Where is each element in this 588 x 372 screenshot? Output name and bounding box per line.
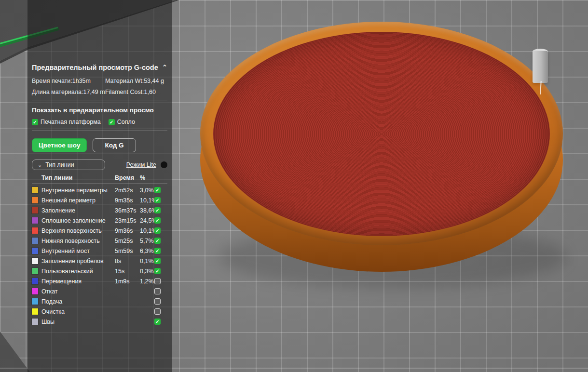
checkbox-icon [109,119,115,125]
line-type-dropdown[interactable]: ⌄ Тип линии [32,159,105,170]
line-color-swatch [32,278,38,284]
print-time-value: 1h35m [72,78,91,84]
line-type-label: Пользовательский [41,268,115,275]
line-time: 9m35s [115,197,140,204]
line-type-row: Заполнение 36m37s 38,6% [32,205,167,215]
line-type-row: Внутренние периметры 2m52s 3,0% [32,185,167,195]
line-type-row: Внутренний мост 5m59s 6,3% [32,246,167,256]
line-color-swatch [32,248,38,254]
line-color-swatch [32,238,38,244]
line-color-swatch [32,227,38,234]
line-time: 5m59s [115,248,140,254]
line-type-row: Перемещения 1m9s 1,2% [32,276,167,286]
disc-infill-top[interactable] [213,32,550,236]
line-color-swatch [32,187,38,193]
line-visible-checkbox[interactable] [154,298,161,305]
line-pct: 38,6% [140,207,154,214]
line-color-swatch [32,288,38,294]
line-pct: 0,1% [140,258,154,265]
line-visible-checkbox[interactable] [154,319,161,325]
line-color-swatch [32,197,38,203]
line-color-swatch [32,319,38,325]
divider [32,101,167,101]
mode-controls: Режим Lite [126,161,167,168]
material-weight-label: Материал Wt: [105,78,144,84]
line-visible-checkbox[interactable] [154,187,161,193]
material-length-label: Длина материала: [32,89,83,95]
prime-tower[interactable] [533,51,548,83]
line-visible-checkbox[interactable] [154,278,161,284]
print-time-stat: Время печати:1h35m [32,78,105,84]
line-visible-checkbox[interactable] [154,238,161,244]
line-visible-checkbox[interactable] [154,217,161,224]
line-type-label: Швы [41,319,115,325]
line-time: 1m9s [115,278,140,285]
line-type-label: Откат [41,288,115,295]
show-nozzle-checkbox[interactable]: Сопло [109,119,135,125]
line-type-label: Заполнение [41,207,115,214]
line-time: 9m36s [115,227,140,234]
line-visible-checkbox[interactable] [154,308,161,315]
line-time: 23m15s [115,217,140,224]
gcode-button[interactable]: Код G [93,138,136,152]
line-color-swatch [32,207,38,213]
line-pct: 24,5% [140,217,154,224]
line-pct: 6,3% [140,248,154,254]
line-type-label: Сплошное заполнение [41,217,115,224]
show-plate-checkbox[interactable]: Печатная платформа [32,119,101,125]
collapse-chevron-icon[interactable]: ⌃ [162,65,167,70]
filament-cost-stat: Filament Cost:1,60 [105,89,167,95]
preview-options: Печатная платформа Сопло [32,119,167,125]
line-time: 36m37s [115,207,140,214]
line-type-row: Внешний периметр 9m35s 10,1% [32,195,167,205]
line-color-swatch [32,298,38,305]
print-time-label: Время печати: [32,78,72,84]
line-type-label: Подача [41,298,115,305]
line-color-swatch [32,268,38,274]
line-type-row: Сплошное заполнение 23m15s 24,5% [32,215,167,226]
line-pct: 3,0% [140,187,154,194]
col-time: Время [115,174,140,181]
line-type-row: Пользовательский 15s 0,3% [32,266,167,276]
line-type-dropdown-label: Тип линии [45,161,74,168]
line-visible-checkbox[interactable] [154,258,161,264]
line-visible-checkbox[interactable] [154,288,161,294]
line-pct: 1,2% [140,278,154,285]
line-visible-checkbox[interactable] [154,248,161,254]
line-type-row: Верхняя поверхность 9m36s 10,1% [32,226,167,236]
mode-lite-link[interactable]: Режим Lite [126,161,156,168]
line-visible-checkbox[interactable] [154,197,161,203]
line-visible-checkbox[interactable] [154,227,161,234]
line-pct: 5,7% [140,238,154,244]
line-type-label: Заполнение пробелов [41,258,115,265]
mode-toggle-dot[interactable] [161,161,167,168]
chevron-down-icon: ⌄ [38,162,42,167]
line-type-label: Нижняя поверхность [41,238,115,244]
line-type-row: Откат [32,286,167,296]
line-type-rows: Внутренние периметры 2m52s 3,0% Внешний … [32,185,167,327]
line-pct: 10,1% [140,227,154,234]
line-type-row: Швы [32,317,167,327]
line-visible-checkbox[interactable] [154,207,161,213]
line-color-swatch [32,258,38,264]
line-time: 2m52s [115,187,140,194]
color-scheme-button[interactable]: Цветное шоу [32,138,87,152]
line-color-swatch [32,217,38,224]
gcode-preview-panel: Предварительный просмотр G-code ⌃ Время … [27,0,172,372]
show-plate-label: Печатная платформа [41,119,101,125]
line-type-table-header: Тип линии Время % [32,174,167,184]
line-time: 8s [115,258,140,265]
col-pct: % [140,174,154,181]
checkbox-icon [32,119,38,125]
line-type-label: Внешний периметр [41,197,115,204]
show-in-preview-heading: Показать в предварительном просмо [32,106,167,114]
material-weight-stat: Материал Wt:53,44 g [105,78,167,84]
line-type-label: Верхняя поверхность [41,227,115,234]
line-type-row: Очистка [32,306,167,317]
line-visible-checkbox[interactable] [154,268,161,274]
line-type-label: Перемещения [41,278,115,285]
line-pct: 0,3% [140,268,154,275]
material-length-value: 17,49 m [83,89,105,95]
divider [32,131,167,131]
filament-cost-label: Filament Cost: [105,89,144,95]
